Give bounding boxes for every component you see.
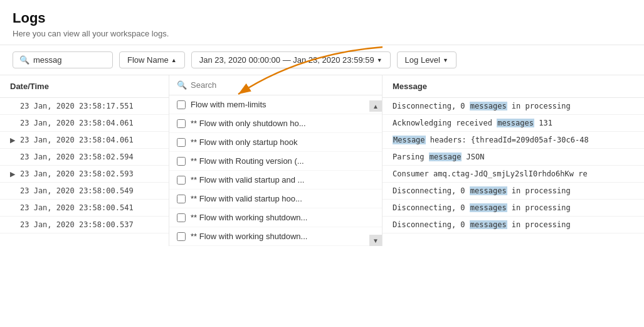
flow-label: ** Flow with only shutdown ho...: [191, 119, 306, 128]
timestamp-value: 23 Jan, 2020 23:58:04.061: [20, 136, 134, 144]
flow-name-filter[interactable]: Flow Name ▲: [119, 51, 185, 68]
log-level-filter[interactable]: Log Level ▼: [397, 51, 457, 68]
dropdown-item[interactable]: ** Flow with working shutdown...: [169, 227, 382, 246]
date-range-filter[interactable]: Jan 23, 2020 00:00:00 — Jan 23, 2020 23:…: [191, 51, 391, 68]
date-range-label: Jan 23, 2020 00:00:00 — Jan 23, 2020 23:…: [199, 55, 374, 65]
highlight-word: messages: [470, 186, 507, 195]
expand-arrow-icon: ▶: [10, 136, 18, 144]
flow-checkbox[interactable]: [177, 157, 186, 166]
message-row: Disconnecting, 0 messages in processing: [383, 98, 644, 115]
flow-checkbox[interactable]: [177, 195, 186, 203]
dropdown-search-icon: 🔍: [177, 80, 187, 90]
flow-label: ** Flow with working shutdown...: [191, 213, 307, 222]
flow-checkbox[interactable]: [177, 100, 186, 109]
message-row: Disconnecting, 0 messages in processing: [383, 200, 644, 217]
toolbar: 🔍 Flow Name ▲ Jan 23, 2020 00:00:00 — Ja…: [0, 45, 644, 75]
message-row: Parsing message JSON: [383, 149, 644, 166]
flow-checkbox[interactable]: [177, 232, 186, 241]
dropdown-items-container: Flow with mem-limits ** Flow with only s…: [169, 95, 382, 246]
timestamp-value: 23 Jan, 2020 23:58:17.551: [20, 102, 134, 110]
left-panel-header: Date/Time: [0, 75, 169, 98]
flow-label: ** Flow with working shutdown...: [191, 232, 307, 241]
main-content: Date/Time 23 Jan, 2020 23:58:17.551 23 J…: [0, 75, 644, 246]
log-row[interactable]: ▶ 23 Jan, 2020 23:58:04.061: [0, 132, 169, 149]
highlight-word: messages: [470, 220, 507, 229]
dropdown-item[interactable]: ** Flow with only startup hook: [169, 133, 382, 152]
dropdown-search-input[interactable]: [191, 80, 374, 90]
left-panel: Date/Time 23 Jan, 2020 23:58:17.551 23 J…: [0, 75, 169, 246]
dropdown-item[interactable]: ** Flow with only shutdown ho...: [169, 114, 382, 133]
log-row[interactable]: 23 Jan, 2020 23:58:04.061: [0, 115, 169, 132]
timestamp-value: 23 Jan, 2020 23:58:00.541: [20, 203, 134, 212]
highlight-word: messages: [470, 102, 507, 110]
search-icon: 🔍: [19, 55, 29, 65]
flow-checkbox[interactable]: [177, 213, 186, 222]
flow-label: Flow with mem-limits: [191, 100, 267, 109]
flow-checkbox[interactable]: [177, 176, 186, 185]
log-row[interactable]: 23 Jan, 2020 23:58:00.541: [0, 200, 169, 217]
page-header: Logs Here you can view all your workspac…: [0, 0, 644, 45]
expand-arrow-icon: ▶: [10, 170, 18, 178]
message-row: Disconnecting, 0 messages in processing: [383, 183, 644, 200]
highlight-word: messages: [470, 203, 507, 212]
log-row[interactable]: 23 Jan, 2020 23:58:02.594: [0, 149, 169, 166]
flow-label: ** Flow with valid startup hoo...: [191, 194, 302, 203]
timestamp-value: 23 Jan, 2020 23:58:00.537: [20, 220, 134, 229]
flow-label: ** Flow with valid startup and ...: [191, 175, 304, 185]
flow-name-label: Flow Name: [127, 55, 169, 65]
flow-checkbox[interactable]: [177, 138, 186, 147]
message-row: Message headers: {threadId=209d05af-30c6…: [383, 132, 644, 149]
page-title: Logs: [13, 10, 631, 26]
message-row: Disconnecting, 0 messages in processing: [383, 217, 644, 233]
message-column-header: Message: [383, 75, 644, 98]
arrow-down-icon: ▼: [377, 57, 383, 63]
log-row[interactable]: 23 Jan, 2020 23:58:00.549: [0, 183, 169, 200]
dropdown-item[interactable]: ** Flow with valid startup and ...: [169, 171, 382, 190]
timestamp-value: 23 Jan, 2020 23:58:00.549: [20, 186, 134, 195]
log-row[interactable]: ▶ 23 Jan, 2020 23:58:02.593: [0, 166, 169, 183]
log-row[interactable]: 23 Jan, 2020 23:58:00.537: [0, 217, 169, 233]
message-rows-container: Disconnecting, 0 messages in processingA…: [383, 98, 644, 233]
log-row[interactable]: 23 Jan, 2020 23:58:17.551: [0, 98, 169, 115]
right-panel: Message Disconnecting, 0 messages in pro…: [383, 75, 644, 246]
flow-label: ** Flow with only startup hook: [191, 137, 298, 147]
dropdown-item[interactable]: ** Flow with Routing version (...: [169, 152, 382, 171]
flow-name-dropdown: 🔍 Flow with mem-limits ** Flow with only…: [169, 75, 383, 246]
flow-checkbox[interactable]: [177, 119, 186, 128]
highlight-word: messages: [497, 119, 534, 127]
search-box[interactable]: 🔍: [13, 51, 113, 68]
dropdown-item[interactable]: ** Flow with valid startup hoo...: [169, 190, 382, 208]
page-container: Logs Here you can view all your workspac…: [0, 0, 644, 327]
message-row: Acknowledging received messages 131: [383, 115, 644, 132]
timestamp-value: 23 Jan, 2020 23:58:02.593: [20, 169, 134, 178]
highlight-word: Message: [393, 136, 426, 144]
dropdown-item[interactable]: Flow with mem-limits: [169, 95, 382, 114]
scroll-up-button[interactable]: ▲: [369, 100, 382, 112]
dropdown-item[interactable]: ** Flow with working shutdown...: [169, 208, 382, 227]
message-row: Consumer amq.ctag-JdQ_smjLy2slI0rhdo6hKw…: [383, 166, 644, 183]
log-rows-container: 23 Jan, 2020 23:58:17.551 23 Jan, 2020 2…: [0, 98, 169, 233]
page-subtitle: Here you can view all your workspace log…: [13, 29, 631, 38]
scroll-down-button[interactable]: ▼: [369, 235, 382, 246]
dropdown-search-box[interactable]: 🔍: [169, 75, 382, 95]
flow-label: ** Flow with Routing version (...: [191, 156, 304, 166]
log-level-label: Log Level: [405, 55, 440, 65]
datetime-column-header: Date/Time: [10, 82, 49, 91]
timestamp-value: 23 Jan, 2020 23:58:02.594: [20, 153, 134, 161]
highlight-word: message: [429, 153, 462, 161]
arrow-up-icon: ▲: [171, 57, 177, 63]
search-input[interactable]: [33, 55, 96, 65]
log-level-arrow-icon: ▼: [443, 57, 448, 63]
message-header-label: Message: [393, 82, 427, 91]
timestamp-value: 23 Jan, 2020 23:58:04.061: [20, 119, 134, 127]
